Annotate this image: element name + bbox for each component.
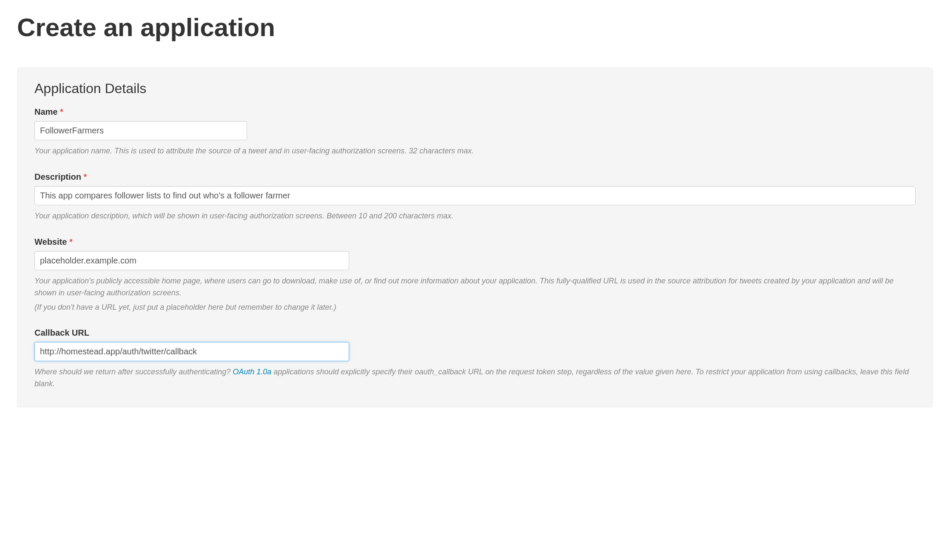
website-input[interactable]: [34, 251, 349, 270]
name-input[interactable]: [34, 121, 247, 140]
website-label: Website *: [34, 237, 916, 247]
description-help: Your application description, which will…: [34, 210, 916, 222]
required-star-icon: *: [69, 237, 73, 246]
page-title: Create an application: [17, 13, 933, 42]
website-help-text-2: (If you don't have a URL yet, just put a…: [34, 302, 916, 314]
website-help-text-1: Your application's publicly accessible h…: [34, 277, 893, 297]
description-label-text: Description: [34, 172, 81, 181]
name-label: Name *: [34, 107, 916, 117]
description-input[interactable]: [34, 186, 916, 205]
website-group: Website * Your application's publicly ac…: [34, 237, 916, 314]
callback-help-pre: Where should we return after successfull…: [34, 368, 233, 376]
name-group: Name * Your application name. This is us…: [34, 107, 916, 157]
callback-help: Where should we return after successfull…: [34, 366, 916, 390]
name-help: Your application name. This is used to a…: [34, 145, 916, 157]
description-group: Description * Your application descripti…: [34, 172, 916, 222]
required-star-icon: *: [84, 172, 87, 181]
callback-group: Callback URL Where should we return afte…: [34, 328, 916, 390]
required-star-icon: *: [60, 107, 63, 116]
description-label: Description *: [34, 172, 916, 182]
callback-label: Callback URL: [34, 328, 916, 338]
website-label-text: Website: [34, 237, 67, 246]
website-help: Your application's publicly accessible h…: [34, 275, 916, 314]
callback-label-text: Callback URL: [34, 328, 89, 337]
panel-heading: Application Details: [34, 81, 916, 96]
oauth-link[interactable]: OAuth 1.0a: [233, 368, 271, 376]
name-label-text: Name: [34, 107, 57, 116]
callback-input[interactable]: [34, 342, 349, 361]
application-details-panel: Application Details Name * Your applicat…: [17, 68, 933, 407]
